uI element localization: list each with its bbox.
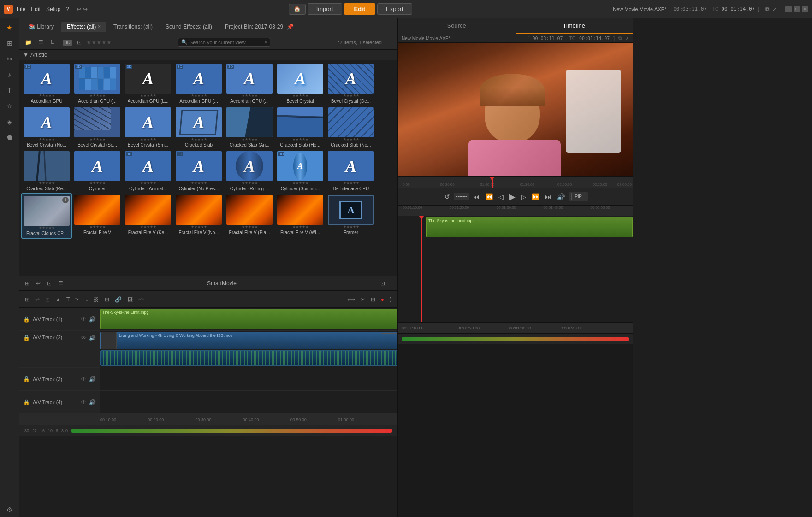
tab-transitions[interactable]: Transitions: (all) [108, 22, 158, 32]
track-lock-icon[interactable]: 🔒 [23, 316, 30, 323]
track-audio-icon-2[interactable]: 🔊 [89, 335, 96, 341]
export-button[interactable]: Export [377, 3, 412, 15]
timeline-tool-link[interactable]: 🔗 [113, 295, 124, 304]
tab-source[interactable]: Source [398, 18, 516, 34]
timeline-tool-chain[interactable]: ⛓ [92, 295, 101, 304]
track-vis-icon-2[interactable]: 👁 [81, 335, 86, 341]
sidebar-icon-star[interactable]: ★ [2, 20, 17, 35]
bottom-tool-list[interactable]: ☰ [56, 279, 65, 288]
effect-fractal-fire-ke[interactable]: ★★★★★ Fractal Fire V (Ke... [123, 193, 173, 239]
sidebar-icon-music[interactable]: ♪ [2, 67, 17, 82]
ctrl-loop[interactable]: ↺ [443, 192, 452, 201]
sidebar-icon-shapes[interactable]: ⬟ [2, 130, 17, 145]
effect-fractal-clouds[interactable]: i ★★★★★ Fractal Clouds CP... [21, 193, 72, 239]
menu-help[interactable]: ? [66, 6, 69, 12]
right-clip-sky[interactable]: The-Sky-is-the-Limit.mpg [426, 217, 633, 237]
timeline-tool-2[interactable]: ↩ [33, 295, 41, 304]
menu-edit[interactable]: Edit [31, 6, 41, 12]
redo-icon[interactable]: ↪ [83, 6, 88, 12]
timeline-tool-cut[interactable]: ✂ [73, 295, 82, 304]
sidebar-icon-search[interactable]: ⊞ [2, 36, 17, 51]
effect-de-interlace[interactable]: A ★★★★★ De-Interlace CPU [326, 149, 376, 193]
ctrl-prev-frame[interactable]: ⏪ [483, 192, 495, 201]
tab-sound-effects[interactable]: Sound Effects: (all) [160, 22, 218, 32]
effect-cracked-slab-an[interactable]: ★★★★★ Cracked Slab (An... [224, 106, 275, 149]
effect-cylinder-roll[interactable]: A ★★★★★ Cylinder (Rolling ... [224, 149, 275, 193]
timeline-right-1[interactable]: ⟺ [345, 295, 357, 304]
effect-accordian-gpu-4[interactable]: 3D A ★★★★★ Accordian GPU (... [173, 62, 224, 106]
undo-icon[interactable]: ↩ [77, 6, 81, 12]
effect-accordian-gpu-1[interactable]: 3D A ★★★★★ Accordian GPU [21, 62, 72, 106]
tab-effects[interactable]: Effects: (all) × [61, 22, 106, 32]
search-clear-icon[interactable]: × [264, 40, 267, 45]
effect-cylinder-spin[interactable]: 3D A ★★★★★ Cylinder (Spinnin... [275, 149, 326, 193]
effect-cylinder-nopres[interactable]: 3D A ★★★★★ Cylinder (No Pres... [173, 149, 224, 193]
sidebar-icon-settings[interactable]: ⚙ [2, 502, 17, 517]
sort-btn[interactable]: ⇅ [48, 38, 56, 47]
effect-info-button[interactable]: i [62, 197, 69, 203]
category-arrow[interactable]: ▼ [23, 52, 29, 58]
effect-fractal-fire-wi[interactable]: ★★★★★ Fractal Fire V (Wi... [275, 193, 326, 239]
folder-btn[interactable]: 📁 [23, 38, 34, 47]
effect-cracked-slab-ho[interactable]: ★★★★★ Cracked Slab (Ho... [275, 106, 326, 149]
effect-bevel-crystal-1[interactable]: A ★★★★★ Bevel Crystal [275, 62, 326, 106]
bottom-tool-1[interactable]: ⊞ [23, 279, 31, 288]
preview-pop-icon[interactable]: ↗ [625, 36, 629, 41]
tab-library[interactable]: 📚 Library [23, 22, 59, 32]
sidebar-icon-cut[interactable]: ✂ [2, 52, 17, 66]
timeline-right-5[interactable]: ⟩ [388, 295, 394, 304]
maximize-button[interactable]: □ [794, 6, 800, 12]
track-audio-icon-3[interactable]: 🔊 [89, 376, 96, 382]
tab-effects-close[interactable]: × [98, 24, 101, 29]
track-lock-icon-2[interactable]: 🔒 [23, 335, 30, 341]
timeline-tool-grid2[interactable]: ⊞ [103, 295, 111, 304]
ctrl-skip-start[interactable]: ⏮ [471, 192, 481, 201]
sidebar-icon-star2[interactable]: ☆ [2, 99, 17, 113]
edit-button[interactable]: Edit [344, 3, 376, 15]
timeline-tool-img[interactable]: 🖼 [125, 295, 135, 304]
effect-accordian-gpu-2[interactable]: 3D ★★★★★ Accordian GPU (... [72, 62, 123, 106]
timeline-right-4[interactable]: ● [379, 295, 386, 304]
home-button[interactable]: 🏠 [289, 4, 306, 15]
track-lock-icon-4[interactable]: 🔒 [23, 399, 30, 405]
ctrl-step-back[interactable]: ◁ [497, 192, 505, 201]
track-lock-icon-3[interactable]: 🔒 [23, 376, 30, 382]
timeline-tool-down[interactable]: ↓ [83, 295, 90, 304]
search-input[interactable] [190, 40, 262, 45]
tab-timeline-preview[interactable]: Timeline [516, 18, 633, 34]
effect-cracked-slab-no[interactable]: ★★★★★ Cracked Slab (No... [326, 106, 376, 149]
ctrl-skip-end[interactable]: ⏭ [543, 192, 553, 201]
track-audio-icon-4[interactable]: 🔊 [89, 399, 96, 405]
track-vis-icon-4[interactable]: 👁 [81, 399, 86, 405]
preview-btn[interactable]: ⊡ [75, 38, 83, 47]
effect-bevel-crystal-de[interactable]: A ★★★★★ Bevel Crystal (De... [326, 62, 376, 106]
track-vis-icon-3[interactable]: 👁 [81, 376, 86, 382]
list-btn[interactable]: ☰ [36, 38, 45, 47]
ctrl-next-frame[interactable]: ⏩ [530, 192, 541, 201]
timeline-right-3[interactable]: ⊞ [369, 295, 377, 304]
sidebar-icon-color[interactable]: ◈ [2, 114, 17, 129]
pip-button[interactable]: PiP [571, 193, 585, 200]
effect-fractal-fire-pl[interactable]: ★★★★★ Fractal Fire V (Pla... [224, 193, 275, 239]
external-icon[interactable]: ↗ [772, 6, 777, 12]
timeline-right-2[interactable]: ✂ [359, 295, 367, 304]
menu-setup[interactable]: Setup [46, 6, 60, 12]
track-vis-icon-1[interactable]: 👁 [81, 316, 86, 323]
effect-bevel-crystal-se[interactable]: ★★★★★ Bevel Crystal (Se... [72, 106, 123, 149]
effect-cracked-slab-re[interactable]: ★★★★★ Cracked Slab (Re... [21, 149, 72, 193]
effect-cylinder-anim[interactable]: 3D A ★★★★★ Cylinder (Animat... [123, 149, 173, 193]
bottom-tool-grid[interactable]: ⊡ [45, 279, 53, 288]
effect-accordian-gpu-3[interactable]: 3D A ★★★★★ Accordian GPU (L... [123, 62, 173, 106]
effect-cylinder[interactable]: A ★★★★★ Cylinder [72, 149, 123, 193]
view-toggle-2[interactable]: | [389, 279, 394, 288]
timeline-tool-1[interactable]: ⊞ [23, 295, 31, 304]
minimize-button[interactable]: ─ [785, 6, 792, 12]
track-audio-icon-1[interactable]: 🔊 [89, 316, 96, 323]
effect-fractal-fire-no[interactable]: ★★★★★ Fractal Fire V (No... [173, 193, 224, 239]
ctrl-play[interactable]: ▶ [507, 191, 517, 203]
timeline-tool-text[interactable]: T [65, 295, 71, 304]
maximize-icon[interactable]: ⧉ [765, 6, 770, 12]
menu-file[interactable]: File [17, 6, 25, 12]
view-toggle-1[interactable]: ⊡ [379, 279, 387, 288]
effect-bevel-crystal-sm[interactable]: A ★★★★★ Bevel Crystal (Sm... [123, 106, 173, 149]
